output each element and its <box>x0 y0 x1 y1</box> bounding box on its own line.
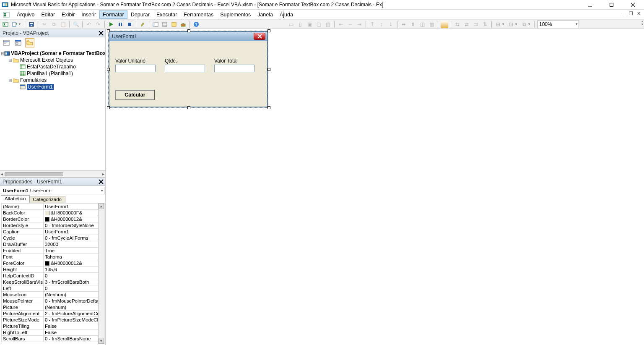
property-value[interactable]: 0 - fmMousePointerDefault <box>44 298 104 304</box>
menu-exibir[interactable]: Exibir <box>58 10 78 19</box>
form-designer-canvas[interactable]: UserForm1 Valor Unitário Qtde. Valor Tot… <box>106 29 644 345</box>
userform-close-button[interactable] <box>254 33 265 40</box>
properties-object-combo[interactable]: UserForm1UserForm▾ <box>1 187 104 194</box>
menu-suplementos[interactable]: Suplementos <box>217 10 254 19</box>
hspace-dec-icon[interactable]: ⇉ <box>472 21 480 28</box>
property-value[interactable]: 3 - fmScrollBarsBoth <box>44 279 104 285</box>
excel-icon[interactable] <box>3 11 10 18</box>
property-value[interactable]: UserForm1 <box>44 204 104 210</box>
property-value[interactable]: True <box>44 248 104 254</box>
mdi-close-button[interactable]: ✕ <box>636 11 641 16</box>
property-row[interactable]: PictureTilingFalse <box>2 323 104 329</box>
resize-handle-ne[interactable] <box>267 29 270 32</box>
save-icon[interactable] <box>28 21 35 28</box>
toolbox-icon[interactable] <box>179 21 187 28</box>
align-middle-icon[interactable]: ↕ <box>378 21 385 28</box>
resize-handle-n[interactable] <box>187 29 190 32</box>
property-value[interactable]: (Nenhum) <box>44 304 104 311</box>
property-row[interactable]: Height135,6 <box>2 267 104 273</box>
property-value[interactable]: 0 - fmPictureSizeModeClip <box>44 317 104 323</box>
vspace-icon[interactable]: ⇅ <box>481 21 489 28</box>
properties-grid[interactable]: (Name)UserForm1BackColor&H8000000F&▾Bord… <box>1 203 104 344</box>
property-row[interactable]: RightToLeftFalse <box>2 329 104 336</box>
property-value[interactable]: 32000 <box>44 241 104 248</box>
label-valor-unitario[interactable]: Valor Unitário <box>115 58 145 64</box>
same-size-icon[interactable]: ◫ <box>418 21 426 28</box>
property-row[interactable]: KeepScrollBarsVisible3 - fmScrollBarsBot… <box>2 279 104 285</box>
menu-depurar[interactable]: Depurar <box>127 10 153 19</box>
property-value[interactable]: 0 - fmScrollBarsNone <box>44 336 104 342</box>
mdi-minimize-button[interactable]: — <box>621 11 626 16</box>
cut-icon[interactable]: ✂ <box>41 21 48 28</box>
resize-handle-sw[interactable] <box>107 106 110 109</box>
group-icon[interactable]: ▣ <box>306 21 313 28</box>
textbox-valor-total[interactable] <box>214 65 254 72</box>
menu-formatar[interactable]: Formatar <box>99 10 127 19</box>
toolbar-overflow-icon[interactable]: ▴▾ <box>641 20 643 26</box>
property-row[interactable]: BackColor&H8000000F&▾ <box>2 210 104 216</box>
tab-categorized[interactable]: Categorizado <box>29 196 65 203</box>
property-row[interactable]: EnabledTrue <box>2 248 104 254</box>
project-pane-close-button[interactable] <box>98 30 104 37</box>
bring-front-icon[interactable]: ▭ <box>287 21 295 28</box>
center-v-icon[interactable]: ⊡ <box>507 21 515 28</box>
redo-icon[interactable]: ↷ <box>94 21 102 28</box>
menu-executar[interactable]: Executar <box>153 10 180 19</box>
property-row[interactable]: MouseIcon(Nenhum) <box>2 292 104 298</box>
property-value[interactable]: (Nenhum) <box>44 292 104 298</box>
textbox-qtde[interactable] <box>165 65 205 72</box>
property-row[interactable]: ScrollBars0 - fmScrollBarsNone <box>2 336 104 342</box>
run-icon[interactable] <box>107 21 115 28</box>
property-value[interactable]: UserForm1 <box>44 229 104 235</box>
align-right-icon[interactable]: ⇥ <box>356 21 363 28</box>
mdi-restore-button[interactable]: ❐ <box>628 11 634 16</box>
property-row[interactable]: Picture(Nenhum) <box>2 304 104 311</box>
property-row[interactable]: HelpContextID0 <box>2 273 104 279</box>
resize-handle-nw[interactable] <box>107 29 110 32</box>
order-dropdown-icon[interactable]: ▾ <box>528 22 532 26</box>
menu-editar[interactable]: Editar <box>38 10 58 19</box>
break-icon[interactable] <box>117 21 124 28</box>
property-value[interactable]: &H8000000F&▾ <box>44 210 104 216</box>
zoom-combo[interactable]: 100%▾ <box>537 21 579 28</box>
sizegrid-icon[interactable]: ▦ <box>428 21 435 28</box>
userform-selection-frame[interactable]: UserForm1 Valor Unitário Qtde. Valor Tot… <box>108 31 268 108</box>
resize-handle-se[interactable] <box>267 106 270 109</box>
property-value[interactable]: 0 - fmBorderStyleNone <box>44 222 104 229</box>
properties-window-icon[interactable] <box>161 21 169 28</box>
align-top-icon[interactable]: ⤒ <box>369 21 376 28</box>
property-row[interactable]: DrawBuffer32000 <box>2 241 104 248</box>
view-excel-icon[interactable] <box>2 21 9 28</box>
label-qtde[interactable]: Qtde. <box>165 58 177 64</box>
align-bottom-icon[interactable]: ⤓ <box>387 21 395 28</box>
same-height-icon[interactable]: ⬍ <box>409 21 417 28</box>
window-maximize-button[interactable] <box>602 0 621 9</box>
hspace-inc-icon[interactable]: ⇄ <box>463 21 470 28</box>
property-row[interactable]: (Name)UserForm1 <box>2 204 104 210</box>
order-icon[interactable]: ⧉ <box>520 21 528 28</box>
send-back-icon[interactable]: ▯ <box>296 21 304 28</box>
property-row[interactable]: ForeColor&H80000012& <box>2 260 104 267</box>
property-value[interactable]: 135,6 <box>44 267 104 273</box>
property-row[interactable]: BorderStyle0 - fmBorderStyleNone <box>2 222 104 229</box>
zoom-marker-icon[interactable] <box>441 21 448 28</box>
project-explorer-icon[interactable] <box>152 21 159 28</box>
resize-handle-w[interactable] <box>107 68 110 71</box>
help-icon[interactable]: ? <box>192 21 200 28</box>
resize-handle-e[interactable] <box>267 68 270 71</box>
property-row[interactable]: Left0 <box>2 285 104 292</box>
reset-icon[interactable] <box>126 21 133 28</box>
properties-scrollbar[interactable]: ▴ ▾ <box>98 203 104 344</box>
menu-ferramentas[interactable]: Ferramentas <box>180 10 217 19</box>
menu-janela[interactable]: Janela <box>254 10 276 19</box>
userform[interactable]: UserForm1 Valor Unitário Qtde. Valor Tot… <box>109 31 268 107</box>
same-width-icon[interactable]: ⬌ <box>400 21 408 28</box>
property-value[interactable]: 2 - fmPictureAlignmentCen <box>44 311 104 317</box>
insert-module-icon[interactable] <box>11 21 18 28</box>
resize-handle-s[interactable] <box>187 106 190 109</box>
paste-icon[interactable]: 📋 <box>59 21 67 28</box>
property-value[interactable]: 0 <box>44 273 104 279</box>
menu-arquivo[interactable]: Arquivo <box>13 10 38 19</box>
center-h-icon[interactable]: ⊟ <box>494 21 502 28</box>
view-code-icon[interactable] <box>2 38 11 47</box>
